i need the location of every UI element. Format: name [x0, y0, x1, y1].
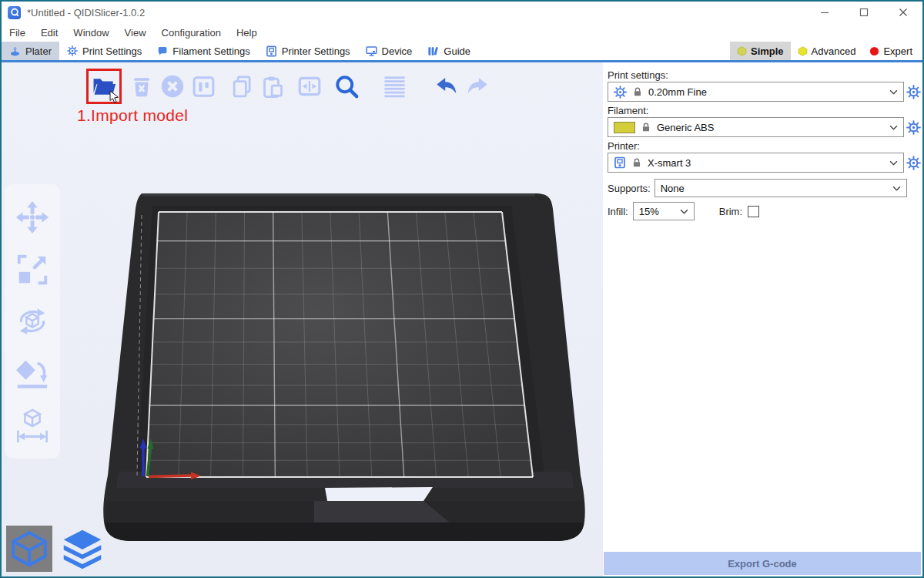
filament-color-swatch — [614, 122, 635, 133]
print-settings-combo[interactable]: 0.20mm Fine — [608, 82, 904, 102]
chevron-down-icon — [889, 160, 898, 166]
chevron-down-icon — [892, 186, 901, 191]
filament-icon — [157, 45, 168, 56]
move-tool-button[interactable] — [14, 199, 51, 236]
mode-advanced[interactable]: Advanced — [791, 42, 863, 60]
delete-all-icon — [159, 73, 186, 99]
print-settings-gear-button[interactable] — [904, 85, 922, 99]
arrange-icon — [191, 74, 216, 99]
tab-device[interactable]: Device — [358, 42, 420, 60]
tray-handle-slit — [325, 487, 433, 501]
3d-cube-icon — [8, 528, 50, 570]
filament-gear-button[interactable] — [904, 120, 922, 135]
tab-print-settings[interactable]: Print Settings — [59, 42, 149, 60]
gear-icon — [906, 156, 921, 170]
printer-combo[interactable]: X-smart 3 — [608, 153, 904, 173]
lock-icon — [632, 86, 643, 97]
place-on-face-tool-button[interactable] — [14, 355, 51, 391]
plater-icon — [9, 45, 21, 57]
gear-icon — [67, 45, 78, 56]
supports-value: None — [661, 183, 685, 194]
paste-icon — [260, 74, 286, 99]
menu-help[interactable]: Help — [229, 27, 265, 39]
printer-label: Printer: — [608, 140, 922, 152]
delete-all-button[interactable] — [157, 69, 188, 103]
split-to-objects-button[interactable] — [294, 69, 325, 103]
search-button[interactable] — [331, 69, 362, 103]
printer-icon — [266, 45, 277, 57]
paste-button[interactable] — [257, 69, 288, 103]
layers-stack-icon — [61, 527, 104, 570]
split-objects-icon — [296, 73, 323, 99]
hexagon-pale-yellow-icon — [737, 46, 747, 56]
variable-layer-height-button[interactable] — [379, 69, 410, 103]
chevron-down-icon — [889, 89, 898, 95]
printer-gear-button[interactable] — [904, 156, 922, 170]
gear-icon — [906, 120, 921, 135]
viewport-3d-scene[interactable] — [2, 62, 603, 576]
arrange-button[interactable] — [188, 69, 219, 103]
gear-icon — [906, 85, 921, 99]
infill-combo[interactable]: 15% — [633, 202, 695, 220]
filament-label: Filament: — [608, 105, 922, 116]
tab-device-label: Device — [382, 45, 413, 57]
app-window: *Untitled - QIDISlicer-1.0.2 File Edit W… — [0, 0, 924, 578]
trash-delete-icon — [129, 74, 154, 99]
menu-window[interactable]: Window — [65, 27, 116, 39]
3d-editor-view-button[interactable] — [6, 526, 52, 572]
import-highlight-box — [86, 69, 122, 104]
measure-icon — [15, 408, 50, 443]
print-settings-label: Print settings: — [608, 69, 922, 81]
filament-combo[interactable]: Generic ABS — [608, 117, 904, 137]
brim-label: Brim: — [719, 206, 742, 217]
minimize-button[interactable] — [815, 5, 835, 20]
mode-expert[interactable]: Expert — [862, 42, 919, 60]
mode-advanced-label: Advanced — [812, 45, 856, 57]
rotate-tool-button[interactable] — [14, 303, 51, 340]
tab-printer-settings-label: Printer Settings — [282, 45, 350, 57]
viewport-3d[interactable]: 1.Import model — [2, 62, 603, 576]
filament-value: Generic ABS — [657, 122, 714, 133]
copy-button[interactable] — [226, 69, 257, 103]
mode-simple-label: Simple — [751, 45, 784, 57]
search-icon — [333, 72, 360, 100]
export-gcode-button[interactable]: Export G-code — [604, 552, 921, 575]
tab-filament-settings-label: Filament Settings — [172, 45, 249, 57]
brim-checkbox[interactable] — [748, 206, 759, 217]
menu-edit[interactable]: Edit — [33, 27, 65, 39]
move-icon — [15, 200, 50, 235]
menu-file[interactable]: File — [2, 27, 33, 39]
mouse-cursor-icon — [108, 90, 121, 104]
menu-view[interactable]: View — [117, 27, 154, 39]
undo-button[interactable] — [431, 69, 462, 103]
tab-print-settings-label: Print Settings — [82, 45, 142, 57]
title-bar: *Untitled - QIDISlicer-1.0.2 — [2, 2, 922, 23]
view-switch — [6, 526, 105, 572]
copy-icon — [229, 74, 255, 99]
tab-guide[interactable]: Guide — [420, 42, 478, 60]
chevron-down-icon — [889, 125, 898, 130]
measure-tool-button[interactable] — [14, 407, 51, 444]
scale-tool-button[interactable] — [14, 251, 51, 288]
tab-filament-settings[interactable]: Filament Settings — [149, 42, 257, 60]
maximize-button[interactable] — [854, 5, 874, 20]
preview-layers-view-button[interactable] — [59, 526, 105, 572]
tab-guide-label: Guide — [444, 45, 470, 57]
tab-bar: Plater Print Settings Filament Settings … — [2, 42, 922, 62]
object-manipulation-toolbar — [5, 184, 60, 459]
guide-icon — [427, 45, 439, 57]
menu-configuration[interactable]: Configuration — [154, 27, 229, 39]
rotate-icon — [15, 304, 50, 339]
hexagon-yellow-icon — [798, 46, 808, 56]
mode-simple[interactable]: Simple — [730, 42, 791, 60]
layer-lines-icon — [382, 74, 407, 99]
delete-button[interactable] — [126, 69, 157, 103]
tab-plater-label: Plater — [25, 45, 52, 57]
tab-plater[interactable]: Plater — [2, 42, 59, 60]
tab-printer-settings[interactable]: Printer Settings — [258, 42, 358, 60]
mode-expert-label: Expert — [883, 45, 912, 57]
redo-button[interactable] — [462, 69, 493, 103]
settings-panel: Print settings: 0.20mm Fine Filament: Ge… — [603, 62, 922, 576]
close-button[interactable] — [893, 5, 913, 20]
supports-combo[interactable]: None — [654, 179, 907, 197]
